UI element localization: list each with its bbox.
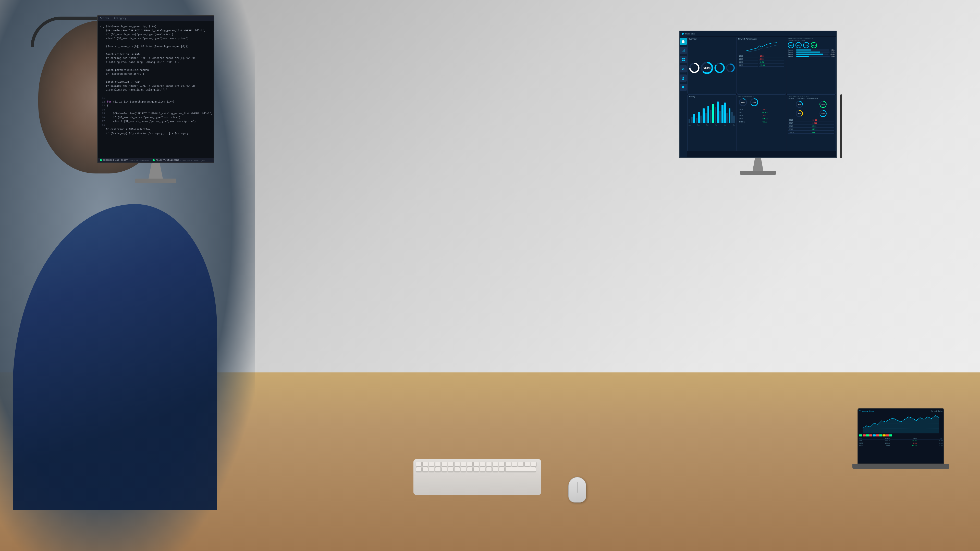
key[interactable] xyxy=(454,467,460,472)
mouse-divider xyxy=(577,483,578,492)
circle-73pct: 73% xyxy=(749,98,759,107)
key[interactable] xyxy=(525,462,530,466)
trading-chart-svg xyxy=(859,413,942,433)
sidebar-icon-chart[interactable] xyxy=(679,47,687,54)
svg-rect-0 xyxy=(682,41,684,43)
last-weeks-circles: 30% 80% xyxy=(788,100,835,118)
key[interactable] xyxy=(499,462,504,466)
tab-category[interactable]: Category xyxy=(114,17,126,20)
key[interactable] xyxy=(442,467,447,472)
year-cell: 2016 xyxy=(739,108,761,111)
circle-val-80: 80% xyxy=(821,103,824,105)
circle-80pct: 80% xyxy=(812,100,835,108)
key[interactable] xyxy=(499,467,504,472)
bar xyxy=(689,119,690,123)
stats-row: PRICE +11.1 xyxy=(739,121,784,123)
key[interactable] xyxy=(486,462,492,466)
gauge-bars-container: 1 week -9.311 2 week xyxy=(788,49,835,57)
bar xyxy=(714,107,716,123)
donut-chart-1 xyxy=(689,62,700,74)
key[interactable] xyxy=(486,467,492,472)
year-cell: PRICE xyxy=(739,121,761,123)
sym-2: MSFT xyxy=(859,442,863,444)
file-tab-1[interactable]: extended_lib_brary track_interrupted xyxy=(100,159,150,162)
key[interactable] xyxy=(422,467,428,472)
tab-search[interactable]: Search xyxy=(100,17,109,20)
code-line xyxy=(100,48,212,52)
code-editor-header: Search Category xyxy=(98,16,213,21)
sidebar-icon-grid[interactable] xyxy=(679,56,687,63)
sub-label-completed: Completed staff xyxy=(808,98,818,99)
spacebar-key[interactable] xyxy=(505,467,536,472)
key[interactable] xyxy=(480,467,485,472)
price-bar-up xyxy=(889,434,892,437)
sym-3: GOOGL xyxy=(859,445,864,446)
code-line: $DB->selectRow('SELECT * FROM ?_catalog_… xyxy=(100,29,212,33)
pct-badge-100: 100% xyxy=(811,42,817,48)
key[interactable] xyxy=(422,462,428,466)
panel-statistics: Statistics for yesterday Income per asse… xyxy=(787,37,836,94)
gauge-val-2: +8.21 xyxy=(831,51,835,53)
value-cell: -15.11 xyxy=(762,108,784,111)
key[interactable] xyxy=(435,462,441,466)
left-monitor-screen: Search Category =1; $i<=$search_param_qu… xyxy=(97,15,215,163)
dashboard: Beta Stat xyxy=(679,32,836,157)
year-cell: 2019 xyxy=(788,128,811,130)
svg-rect-3 xyxy=(683,50,683,52)
mouse[interactable] xyxy=(568,477,586,503)
key[interactable] xyxy=(518,462,524,466)
keyboard[interactable] xyxy=(414,459,541,495)
circle-65pct: 65% xyxy=(812,110,835,118)
circle-svg-65: 65% xyxy=(819,110,827,118)
circle-svg-80: 80% xyxy=(819,100,827,108)
key[interactable] xyxy=(461,467,466,472)
key[interactable] xyxy=(493,467,498,472)
stats-row: 2019 +15.11 xyxy=(739,118,784,120)
bar-label: Mar xyxy=(706,124,709,126)
right-monitor-base xyxy=(740,171,776,175)
key[interactable] xyxy=(448,462,453,466)
key[interactable] xyxy=(473,462,479,466)
key[interactable] xyxy=(454,462,460,466)
key[interactable] xyxy=(429,467,434,472)
key[interactable] xyxy=(461,462,466,466)
value-cell: +15.11 xyxy=(811,128,834,130)
file-tab-2[interactable]: folder*/$filename class_controller_gen xyxy=(153,159,205,162)
key[interactable] xyxy=(467,467,473,472)
key[interactable] xyxy=(416,467,422,472)
key[interactable] xyxy=(512,462,517,466)
file-name-2: folder*/$filename xyxy=(156,159,179,162)
section-stats-label: Statistics for yesterday xyxy=(788,38,835,40)
key[interactable] xyxy=(442,462,447,466)
bar xyxy=(700,116,702,123)
gauge-label-3: 3 week xyxy=(788,53,795,55)
price-3: 2780 xyxy=(886,445,890,446)
sidebar-icon-home[interactable] xyxy=(679,38,687,45)
year-cell: 2019 xyxy=(739,118,761,120)
key[interactable] xyxy=(429,462,434,466)
code-line: if ($search_param_arr[0]) xyxy=(100,72,212,76)
sidebar-icon-settings[interactable] xyxy=(679,65,687,73)
panel-bar-chart: Activity xyxy=(687,94,737,151)
sidebar-icon-bell[interactable] xyxy=(679,84,687,91)
laptop-table-row: AAPL 142.5 +1.2% 4.2M xyxy=(859,440,942,442)
numeric-stats-table: 2016 -15.11 2017 +9.311 2018 -8.21 xyxy=(738,108,785,124)
panel-bar-title: Activity xyxy=(689,96,735,97)
code-line: if ($f_search_param['param_type']==='pri… xyxy=(100,33,212,37)
key[interactable] xyxy=(473,467,479,472)
code-line xyxy=(100,64,212,68)
sidebar-icon-user[interactable] xyxy=(679,75,687,82)
key[interactable] xyxy=(467,462,473,466)
bar-label: Jan xyxy=(689,124,690,126)
key[interactable] xyxy=(505,462,511,466)
code-line: 75 $DB->selectRow('SELECT * FROM ?_catal… xyxy=(100,112,212,116)
panel-network: Network Performance 2016 -15.11 xyxy=(737,37,786,94)
key[interactable] xyxy=(435,467,441,472)
key[interactable] xyxy=(480,462,485,466)
key[interactable] xyxy=(448,467,453,472)
vol-1: 4.2M xyxy=(939,440,942,442)
key[interactable] xyxy=(416,462,422,466)
key[interactable] xyxy=(493,462,498,466)
chg-1: +1.2% xyxy=(912,440,917,442)
key[interactable] xyxy=(531,462,536,466)
